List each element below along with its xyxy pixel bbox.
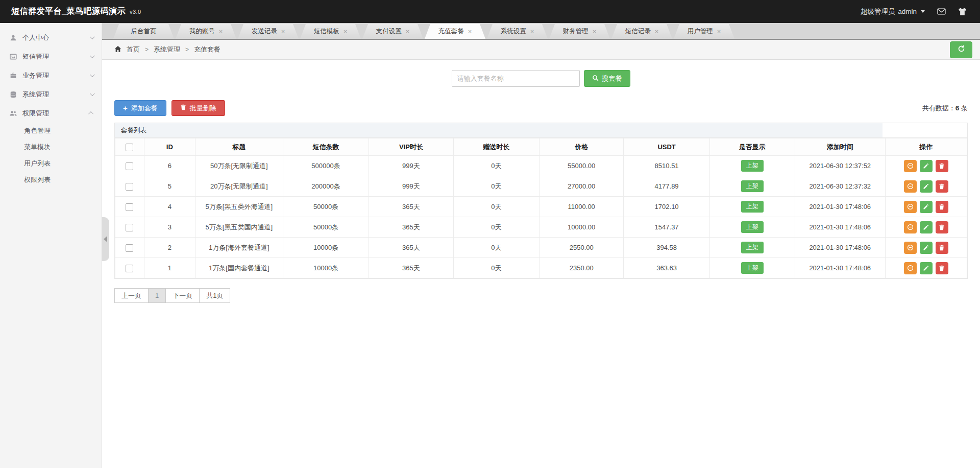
row-delete-button[interactable] (936, 221, 948, 233)
refresh-button[interactable] (950, 41, 972, 58)
row-edit-button[interactable] (920, 180, 933, 193)
sidebar-subitem-user-list[interactable]: 用户列表 (0, 155, 102, 172)
row-checkbox[interactable] (126, 265, 133, 272)
status-badge[interactable]: 上架 (741, 160, 764, 172)
tab-sms-templates[interactable]: 短信模板× (300, 24, 361, 39)
add-package-button[interactable]: + 添加套餐 (114, 100, 166, 116)
tab-close-icon[interactable]: × (530, 28, 534, 35)
add-package-label: 添加套餐 (131, 104, 158, 113)
row-offline-button[interactable] (904, 160, 917, 172)
user-menu[interactable]: 超级管理员 admin (861, 7, 925, 16)
row-delete-button[interactable] (936, 201, 948, 213)
tab-close-icon[interactable]: × (468, 28, 472, 35)
row-checkbox[interactable] (126, 162, 133, 170)
row-delete-button[interactable] (936, 242, 948, 254)
status-badge[interactable]: 上架 (741, 262, 764, 274)
minus-circle-icon (907, 183, 914, 190)
row-offline-button[interactable] (904, 180, 917, 193)
tab-close-icon[interactable]: × (655, 28, 659, 35)
tab-close-icon[interactable]: × (344, 28, 348, 35)
status-badge[interactable]: 上架 (741, 242, 764, 253)
row-delete-button[interactable] (936, 160, 948, 172)
breadcrumb-item[interactable]: 首页 (127, 45, 140, 54)
tab-close-icon[interactable]: × (281, 28, 285, 35)
mail-icon[interactable] (937, 7, 946, 16)
cell-status: 上架 (709, 176, 795, 197)
tab-send-records[interactable]: 发送记录× (238, 24, 299, 39)
layout: 个人中心短信管理业务管理系统管理权限管理角色管理菜单模块用户列表权限列表 后台首… (0, 23, 980, 468)
row-edit-button[interactable] (920, 221, 933, 233)
trash-icon (939, 204, 945, 210)
column-header: 添加时间 (795, 138, 885, 156)
sidebar-subitem-menu-modules[interactable]: 菜单模块 (0, 139, 102, 155)
row-edit-button[interactable] (920, 201, 933, 213)
sidebar-item-personal-center[interactable]: 个人中心 (0, 28, 102, 47)
row-offline-button[interactable] (904, 221, 917, 233)
cell-usdt: 1547.37 (624, 217, 710, 238)
content: 搜套餐 + 添加套餐 批量删除 共有数据：6 条 套餐 (102, 60, 980, 468)
row-delete-button[interactable] (936, 262, 948, 274)
cell-gift-duration: 0天 (453, 238, 540, 258)
tab-close-icon[interactable]: × (717, 28, 721, 35)
status-badge[interactable]: 上架 (741, 201, 764, 213)
row-offline-button[interactable] (904, 262, 917, 274)
row-checkbox[interactable] (126, 224, 133, 231)
page-number-current[interactable]: 1 (148, 288, 166, 303)
tab-payment-settings[interactable]: 支付设置× (362, 24, 423, 39)
tab-close-icon[interactable]: × (593, 28, 597, 35)
sidebar-subitem-role-management[interactable]: 角色管理 (0, 123, 102, 139)
select-all-checkbox[interactable] (126, 144, 133, 151)
cell-vip-duration: 999天 (369, 176, 453, 197)
tab-sms-records[interactable]: 短信记录× (611, 24, 672, 39)
sidebar-subitem-permission-list[interactable]: 权限列表 (0, 172, 102, 188)
status-badge[interactable]: 上架 (741, 221, 764, 233)
column-header: ID (144, 138, 195, 156)
user-name: admin (898, 8, 917, 15)
tab-recharge-packages[interactable]: 充值套餐× (425, 24, 485, 39)
batch-delete-button[interactable]: 批量删除 (172, 100, 225, 116)
sidebar-item-sms-management[interactable]: 短信管理 (0, 47, 102, 66)
search-button[interactable]: 搜套餐 (584, 70, 631, 87)
tab-close-icon[interactable]: × (219, 28, 223, 35)
row-checkbox[interactable] (126, 183, 133, 191)
total-count: 共有数据：6 条 (922, 104, 968, 113)
table-row: 11万条[国内套餐通道]10000条365天0天2350.00363.63上架2… (115, 258, 967, 278)
sidebar-item-business-management[interactable]: 业务管理 (0, 66, 102, 85)
tab-close-icon[interactable]: × (406, 28, 410, 35)
cell-added-time: 2021-01-30 17:48:06 (795, 258, 885, 278)
shirt-icon[interactable] (958, 7, 967, 16)
cell-usdt: 8510.51 (624, 156, 710, 176)
tab-finance-management[interactable]: 财务管理× (549, 24, 610, 39)
row-checkbox[interactable] (126, 203, 133, 211)
sidebar-collapse-handle[interactable] (102, 217, 109, 261)
row-checkbox[interactable] (126, 244, 133, 252)
breadcrumb-item[interactable]: 系统管理 (154, 45, 180, 54)
row-offline-button[interactable] (904, 201, 917, 213)
row-offline-button[interactable] (904, 242, 917, 254)
tab-system-settings[interactable]: 系统设置× (487, 24, 548, 39)
cell-usdt: 1702.10 (624, 197, 710, 217)
row-delete-button[interactable] (936, 180, 948, 193)
row-edit-button[interactable] (920, 242, 933, 254)
sidebar-item-system-management[interactable]: 系统管理 (0, 85, 102, 104)
cell-actions (885, 238, 967, 258)
table-row: 520万条[无限制通道]200000条999天0天27000.004177.89… (115, 176, 967, 197)
tab-dashboard[interactable]: 后台首页 (113, 24, 174, 39)
breadcrumb-bar: 首页>系统管理>充值套餐 (102, 40, 980, 60)
sidebar-item-permission-management[interactable]: 权限管理 (0, 104, 102, 123)
table-row: 35万条[黑五类国内通道]50000条365天0天10000.001547.37… (115, 217, 967, 238)
pencil-icon (923, 224, 929, 230)
breadcrumb-item[interactable]: 充值套餐 (194, 45, 220, 54)
row-edit-button[interactable] (920, 160, 933, 172)
tab-label: 短信模板 (314, 27, 339, 36)
status-badge[interactable]: 上架 (741, 180, 764, 192)
next-page-button[interactable]: 下一页 (165, 288, 200, 303)
tab-my-account[interactable]: 我的账号× (176, 24, 236, 39)
pencil-icon (923, 204, 929, 210)
breadcrumb: 首页>系统管理>充值套餐 (114, 45, 220, 54)
prev-page-button[interactable]: 上一页 (114, 288, 149, 303)
row-edit-button[interactable] (920, 262, 933, 274)
tab-user-management[interactable]: 用户管理× (674, 24, 734, 39)
cell-sms-count: 50000条 (283, 217, 369, 238)
search-input[interactable] (452, 70, 580, 87)
